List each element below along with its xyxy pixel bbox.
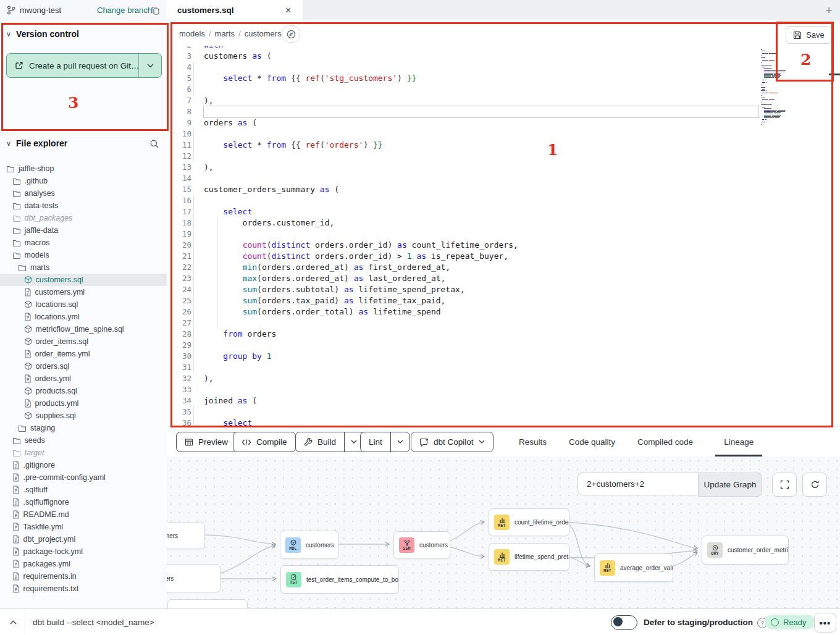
scrollbar-thumb[interactable]	[829, 74, 840, 75]
code-line-12[interactable]: 12	[167, 151, 840, 162]
tree-item-data-tests[interactable]: data-tests	[0, 200, 167, 212]
editor-tab-customers-sql[interactable]: customers.sql ×	[167, 0, 303, 20]
tree-item-order-items-sql[interactable]: order_items.sql	[0, 335, 167, 348]
tree-item-requirements-in[interactable]: requirements.in	[0, 570, 167, 582]
code-line-4[interactable]: 4	[167, 62, 840, 73]
code-line-3[interactable]: 3customers as (	[167, 51, 840, 62]
compile-button[interactable]: Compile	[233, 432, 296, 452]
tree-item-order-items-yml[interactable]: order_items.yml	[0, 348, 167, 360]
code-line-33[interactable]: 33	[167, 384, 840, 395]
defer-toggle[interactable]	[611, 615, 637, 630]
build-button[interactable]: Build	[295, 432, 364, 452]
code-line-34[interactable]: 34joined as (	[167, 395, 840, 406]
lineage-node-orders[interactable]: orders	[167, 564, 220, 592]
code-line-26[interactable]: 26 sum(orders.order_total) as lifetime_s…	[167, 306, 840, 318]
tree-item-analyses[interactable]: analyses	[0, 187, 167, 200]
command-input[interactable]: dbt build --select <model_name>	[33, 609, 154, 635]
lineage-panel[interactable]: stg_customersordersMDLcustomersTSTtest_o…	[167, 456, 840, 608]
code-line-11[interactable]: 11 select * from {{ ref('orders') }}	[167, 140, 840, 151]
code-line-15[interactable]: 15customer_orders_summary as (	[167, 184, 840, 195]
lineage-selector-input[interactable]	[578, 473, 699, 495]
tree-item-locations-yml[interactable]: locations.yml	[0, 311, 167, 323]
update-graph-button[interactable]: Update Graph	[698, 473, 762, 497]
code-line-2[interactable]: 2with	[167, 46, 840, 51]
tree-item-seeds[interactable]: seeds	[0, 434, 167, 447]
tree-item-orders-yml[interactable]: orders.yml	[0, 372, 167, 385]
tree-item-package-lock-yml[interactable]: package-lock.yml	[0, 545, 167, 558]
lineage-node-stg-customers[interactable]: stg_customers	[167, 522, 205, 549]
tree-item-orders-sql[interactable]: orders.sql	[0, 360, 167, 372]
code-line-5[interactable]: 5 select * from {{ ref('stg_customers') …	[167, 73, 840, 84]
code-editor[interactable]: 2with3customers as (45 select * from {{ …	[167, 46, 840, 426]
lineage-node-average-order-value[interactable]: METaverage_order_value	[594, 553, 673, 582]
lineage-node-test-order-items-compute-to-bools-[interactable]: TSTtest_order_items_compute_to_bools…	[280, 565, 399, 594]
dbt-copilot-button[interactable]: dbt Copilot	[411, 432, 494, 452]
version-control-header[interactable]: ∨ Version control	[6, 29, 79, 39]
code-line-16[interactable]: 16	[167, 195, 840, 206]
code-line-10[interactable]: 10	[167, 128, 840, 140]
code-line-36[interactable]: 36 select	[167, 418, 840, 426]
tab-results[interactable]: Results	[519, 427, 547, 456]
compass-icon[interactable]	[282, 25, 300, 43]
search-icon[interactable]	[149, 139, 159, 149]
preview-button[interactable]: Preview	[176, 432, 237, 452]
tree-item--gitignore[interactable]: .gitignore	[0, 459, 167, 471]
save-button[interactable]: Save	[786, 26, 832, 44]
tree-item-dbt-packages[interactable]: dbt_packages	[0, 212, 167, 224]
code-line-30[interactable]: 30 group by 1	[167, 351, 840, 362]
tree-item-jaffle-shop[interactable]: jaffle-shop	[0, 162, 167, 175]
more-options-button[interactable]: •••	[814, 613, 836, 633]
tree-item-metricflow-time-spine-sql[interactable]: metricflow_time_spine.sql	[0, 323, 167, 335]
tree-item-supplies-sql[interactable]: supplies.sql	[0, 410, 167, 422]
tab-lineage[interactable]: Lineage	[715, 427, 762, 456]
code-line-32[interactable]: 32),	[167, 373, 840, 384]
tree-item-macros[interactable]: macros	[0, 237, 167, 249]
code-line-23[interactable]: 23 max(orders.ordered_at) as last_ordere…	[167, 273, 840, 284]
lineage-node-lifetime-spend-pretax[interactable]: METlifetime_spend_pretax	[489, 543, 569, 571]
code-line-20[interactable]: 20 count(distinct orders.order_id) as co…	[167, 240, 840, 251]
tree-item-customers-yml[interactable]: customers.yml	[0, 286, 167, 298]
tree-item-dbt-project-yml[interactable]: dbt_project.yml	[0, 533, 167, 545]
lineage-node-count-lifetime-orders[interactable]: METcount_lifetime_orders	[489, 508, 569, 536]
tree-item-marts[interactable]: marts	[0, 261, 167, 274]
code-line-13[interactable]: 13),	[167, 162, 840, 173]
breadcrumb-segment[interactable]: marts	[215, 29, 235, 38]
code-line-17[interactable]: 17 select	[167, 206, 840, 217]
breadcrumb-segment[interactable]: models	[179, 29, 205, 38]
editor-minimap[interactable]	[761, 49, 815, 125]
create-pull-request-button[interactable]: Create a pull request on Git…	[6, 53, 162, 78]
tree-item-products-sql[interactable]: products.sql	[0, 385, 167, 397]
code-line-18[interactable]: 18 orders.customer_id,	[167, 217, 840, 229]
chevron-up-icon[interactable]	[5, 614, 21, 630]
code-line-35[interactable]: 35	[167, 406, 840, 418]
tree-item--sqlfluffignore[interactable]: .sqlfluffignore	[0, 496, 167, 508]
code-line-27[interactable]: 27	[167, 318, 840, 329]
code-line-22[interactable]: 22 min(orders.ordered_at) as first_order…	[167, 262, 840, 273]
lint-dropdown-chevron[interactable]	[390, 432, 410, 452]
lineage-node-customer-order-metrics[interactable]: QRYcustomer_order_metrics	[702, 536, 789, 565]
code-line-8[interactable]: 8	[167, 106, 840, 117]
tree-item-packages-yml[interactable]: packages.yml	[0, 558, 167, 570]
new-tab-button[interactable]: +	[818, 0, 840, 20]
tree-item-customers-sql[interactable]: customers.sql	[0, 274, 167, 286]
lineage-node-customers[interactable]: MDLcustomers	[280, 531, 339, 559]
close-tab-icon[interactable]: ×	[285, 6, 291, 15]
tree-item-target[interactable]: target	[0, 447, 167, 459]
file-explorer-header[interactable]: ∨ File explorer	[6, 138, 161, 148]
code-line-7[interactable]: 7),	[167, 95, 840, 106]
tree-item-staging[interactable]: staging	[0, 422, 167, 434]
code-line-9[interactable]: 9orders as (	[167, 117, 840, 128]
code-line-28[interactable]: 28 from orders	[167, 329, 840, 340]
pr-dropdown-chevron[interactable]	[138, 54, 161, 77]
fullscreen-icon[interactable]	[772, 473, 797, 497]
code-line-25[interactable]: 25 sum(orders.tax_paid) as lifetime_tax_…	[167, 295, 840, 306]
code-line-29[interactable]: 29	[167, 340, 840, 351]
tree-item--pre-commit-config-yaml[interactable]: .pre-commit-config.yaml	[0, 471, 167, 484]
lineage-node-customers[interactable]: SEMcustomers	[393, 531, 450, 559]
tree-item-readme-md[interactable]: README.md	[0, 508, 167, 521]
tree-item--sqlfluff[interactable]: .sqlfluff	[0, 484, 167, 496]
tab-compiled-code[interactable]: Compiled code	[637, 427, 693, 456]
code-line-31[interactable]: 31	[167, 362, 840, 373]
change-branch-link[interactable]: Change branch	[97, 6, 152, 15]
tree-item-locations-sql[interactable]: locations.sql	[0, 298, 167, 311]
